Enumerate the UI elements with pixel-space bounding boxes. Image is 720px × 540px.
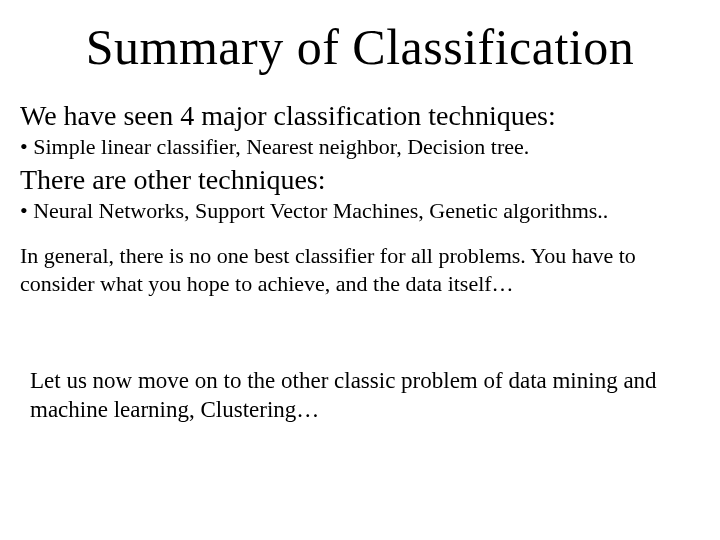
bullet-other-techniques: • Neural Networks, Support Vector Machin…	[20, 198, 700, 224]
closing-note: Let us now move on to the other classic …	[30, 367, 690, 425]
slide-title: Summary of Classification	[20, 18, 700, 76]
bullet-techniques-seen: • Simple linear classifier, Nearest neig…	[20, 134, 700, 160]
intro-line-2: There are other techniques:	[20, 164, 700, 196]
intro-line-1: We have seen 4 major classification tech…	[20, 100, 700, 132]
general-note: In general, there is no one best classif…	[20, 242, 700, 297]
slide: Summary of Classification We have seen 4…	[0, 0, 720, 540]
